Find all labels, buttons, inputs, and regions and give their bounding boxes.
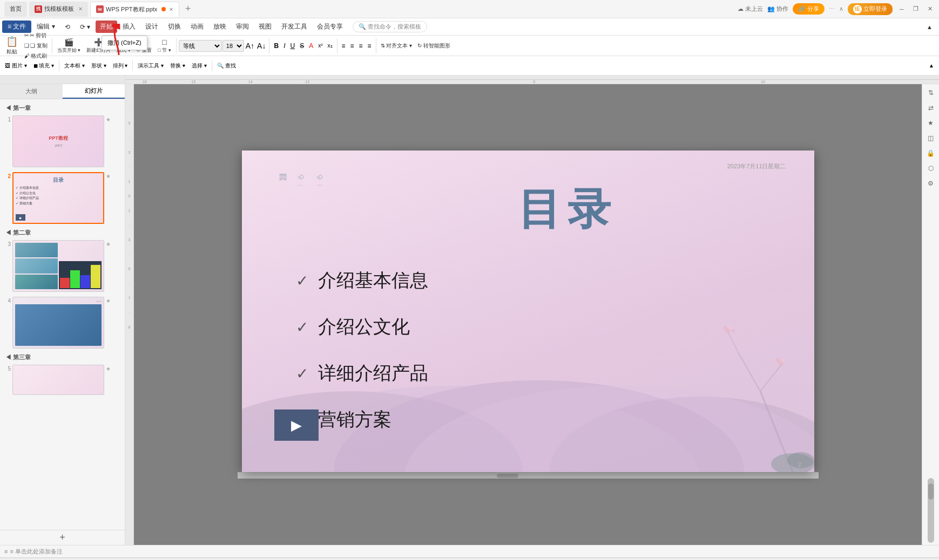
menu-undo[interactable]: ⟲ [60, 21, 75, 33]
slide-item-1[interactable]: 1 PPT教程 ·PPT ★ [2, 114, 123, 169]
right-btn-5[interactable]: 🔒 [924, 147, 937, 160]
section-button[interactable]: □ □ 节 ▾ [155, 37, 173, 55]
slide-item-5[interactable]: 5 ★ [2, 363, 123, 397]
vertical-ruler: · 5 · 3 · 1 0 1 · 3 · 5 · 7 · 8 [125, 84, 134, 545]
tab-template-close[interactable]: ✕ [78, 6, 83, 12]
login-label: 立即登录 [863, 5, 887, 13]
underline-button[interactable]: U [288, 41, 297, 51]
superscript-button[interactable]: x² [316, 42, 325, 50]
increase-font[interactable]: A↑ [245, 40, 255, 51]
font-size-select[interactable]: 18 [222, 40, 244, 52]
tab-ppt-close[interactable]: ✕ [169, 6, 173, 12]
paste-button[interactable]: 📋 粘贴 [2, 37, 22, 55]
search-command[interactable]: 🔍 查找命令，搜索模板 [353, 21, 427, 32]
unsaved-dot [161, 7, 166, 11]
reset-button[interactable]: ⟳ ⟳ 重置 [134, 37, 155, 55]
minimize-button[interactable]: ─ [897, 4, 907, 14]
collapse-panel[interactable]: ∧ [839, 5, 843, 12]
share-button[interactable]: 🔗 分享 [793, 3, 825, 15]
cut-button[interactable]: ✂ ✂ 剪切 [22, 31, 50, 40]
font-name-select[interactable]: 等线 [179, 40, 222, 52]
new-slide-btn[interactable]: ➕ 新建幻灯片 [84, 37, 113, 55]
svg-point-15 [776, 358, 780, 362]
align-justify[interactable]: ≡ [366, 41, 374, 51]
horizontal-scrollbar[interactable] [238, 472, 819, 479]
align-center[interactable]: ≡ [348, 41, 356, 51]
subscript-button[interactable]: x₂ [326, 42, 335, 50]
replace-btn[interactable]: 替换 ▾ [167, 61, 188, 71]
menu-redo[interactable]: ⟳ ▾ [76, 21, 94, 33]
ppt-tool-btn[interactable]: 演示工具 ▾ [135, 61, 166, 71]
textbox-btn[interactable]: 文本框 ▾ [62, 61, 87, 71]
menu-design[interactable]: 设计 [141, 20, 163, 33]
close-button[interactable]: ✕ [925, 4, 935, 14]
slide-canvas[interactable]: 2023年7月11日星期二 𝌇 ꩜ ꩜ ⌒ ⌒ [242, 151, 814, 472]
add-tab-button[interactable]: + [181, 3, 194, 16]
slide-item-3[interactable]: 3 [2, 238, 123, 293]
tab-home[interactable]: 首页 [4, 2, 27, 17]
share-label: 🔗 分享 [798, 5, 819, 13]
login-button[interactable]: tE 立即登录 [848, 3, 893, 15]
menu-transition[interactable]: 切换 [164, 20, 185, 33]
add-slide-button[interactable]: + [0, 530, 125, 545]
right-btn-4[interactable]: ◫ [924, 132, 937, 145]
text-direction-btn[interactable]: ⇅ 对齐文本 ▾ [379, 41, 415, 51]
align-right[interactable]: ≡ [357, 41, 365, 51]
tab-ppt[interactable]: W WPS PPT教程.pptx ✕ [90, 2, 179, 17]
slide-star-3: ★ [106, 240, 111, 247]
menu-slideshow[interactable]: 放映 [209, 20, 231, 33]
slide-item-4[interactable]: 4 ── ★ [2, 295, 123, 350]
slide-item-2[interactable]: 2 目录 ✓ 介绍基本信息✓ 介绍公文化✓ 详细介绍产品✓ 营销方案 ▶ ★ [2, 170, 123, 226]
align-left[interactable]: ≡ [340, 41, 348, 51]
menu-animation[interactable]: 动画 [186, 20, 208, 33]
bold-button[interactable]: B [272, 41, 281, 51]
italic-button[interactable]: I [281, 41, 287, 51]
toolbar-right-btn[interactable]: ▲ [926, 62, 937, 70]
tab-outline[interactable]: 大纲 [0, 84, 63, 99]
tab-template[interactable]: 找 找模板模板 ✕ [29, 2, 88, 17]
select-btn[interactable]: 选择 ▾ [189, 61, 210, 71]
menu-review[interactable]: 审阅 [232, 20, 253, 33]
menu-developer[interactable]: 开发工具 [277, 20, 312, 33]
tab-home-label: 首页 [10, 5, 22, 13]
ruler: ·16 ·15 ·14 ·13 ·0 ·10 [0, 76, 939, 84]
arrange-btn[interactable]: 排列 ▾ [110, 61, 131, 71]
picture-btn[interactable]: 🖼 图片 ▾ [2, 61, 30, 71]
font-color-button[interactable]: A [307, 41, 315, 51]
svg-point-12 [732, 329, 735, 332]
format-brush-button[interactable]: 🖌 格式刷 [22, 51, 50, 61]
more-options[interactable]: ⋯ [829, 5, 835, 12]
right-btn-2[interactable]: ⇄ [924, 101, 937, 114]
menu-toolbar-right[interactable]: ▲ [922, 22, 937, 32]
menu-member[interactable]: 会员专享 [313, 20, 347, 33]
tab-slides[interactable]: 幻灯片 [63, 84, 125, 99]
menu-insert[interactable]: 插入 [118, 20, 140, 33]
layout-button[interactable]: ⊞ 版式 ▾ [114, 37, 133, 55]
right-btn-6[interactable]: ⬡ [924, 162, 937, 175]
slide-item-2: ✓ 介绍公文化 [296, 315, 428, 339]
find-btn[interactable]: 🔍 查找 [214, 61, 239, 71]
restore-button[interactable]: ❐ [911, 4, 921, 14]
vertical-scrollbar[interactable] [928, 478, 934, 543]
new-slide-button[interactable]: 🎬 当页开始 ▾ [55, 37, 84, 55]
menu-start[interactable]: 开始 [96, 21, 117, 33]
shape-btn[interactable]: 形状 ▾ [89, 61, 109, 71]
paste-label: 粘贴 [6, 48, 17, 56]
right-btn-3[interactable]: ★ [924, 117, 937, 129]
decrease-font[interactable]: A↓ [256, 40, 267, 51]
fill-btn[interactable]: ◼ 填充 ▾ [31, 61, 57, 71]
chapter-3-label: ◀ 第三章 [2, 352, 123, 363]
collaborate[interactable]: 👥 协作 [767, 5, 788, 13]
slide-thumb-2: 目录 ✓ 介绍基本信息✓ 介绍公文化✓ 详细介绍产品✓ 营销方案 ▶ [12, 172, 104, 224]
convert-shape-btn[interactable]: ↻ 转智能图形 [415, 41, 452, 51]
menu-view[interactable]: 视图 [254, 20, 276, 33]
slide-thumb-4: ── [12, 297, 104, 349]
right-btn-7[interactable]: ⚙ [924, 177, 937, 190]
video-placeholder[interactable]: ▶ [274, 409, 319, 441]
strikethrough-button[interactable]: S [298, 41, 306, 51]
copy-button[interactable]: ❑ ❑ 复制 [22, 41, 50, 51]
scroll-thumb-v [928, 483, 934, 500]
right-btn-1[interactable]: ⇅ [924, 86, 937, 99]
canvas-area: 2023年7月11日星期二 𝌇 ꩜ ꩜ ⌒ ⌒ [134, 84, 922, 545]
save-to-cloud[interactable]: ☁ 未上云 [738, 5, 763, 13]
